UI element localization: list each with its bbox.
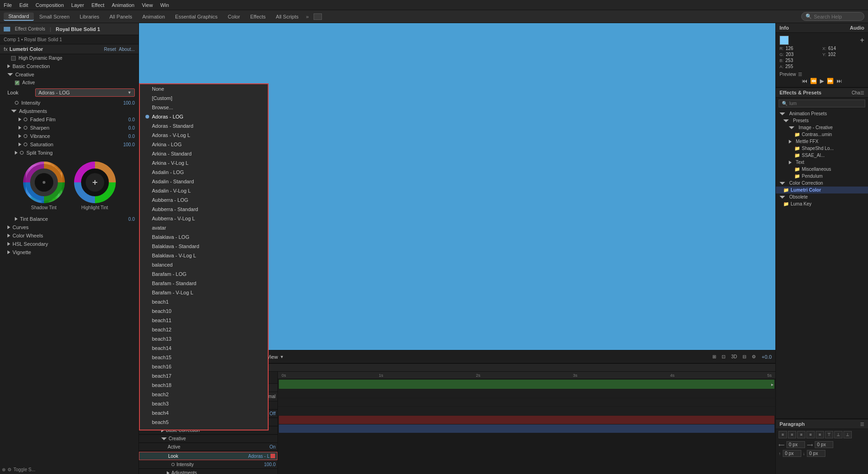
intensity-row[interactable]: Intensity 100.0 [0, 99, 138, 107]
tl-red-bar[interactable] [279, 416, 774, 424]
active-row[interactable]: ✓ Active [0, 79, 138, 87]
vibrance-row[interactable]: Vibrance 0.0 [0, 132, 138, 140]
dropdown-item-asdalin---v-log-l[interactable]: Asdalin - V-Log L [140, 186, 268, 195]
dropdown-item-aubberra---v-log-l[interactable]: Aubberra - V-Log L [140, 214, 268, 223]
workspace-tab-color[interactable]: Color [223, 13, 245, 20]
lumetri-reset-btn[interactable]: Reset [104, 47, 116, 52]
active-checkbox[interactable]: ✓ [15, 81, 19, 85]
ep-tree-item-luma-key[interactable]: 📁 Luma Key [776, 200, 868, 207]
curves-row[interactable]: Curves [0, 223, 138, 231]
align-middle-btn[interactable]: ⊥ [834, 431, 843, 438]
dropdown-item-aubberra---log[interactable]: Aubberra - LOG [140, 195, 268, 205]
tint-balance-row[interactable]: Tint Balance 0.0 [0, 215, 138, 223]
dropdown-item-beach12[interactable]: beach12 [140, 325, 268, 334]
workspace-layout-icon[interactable] [314, 13, 322, 20]
ep-tree-item-shapeshd-lo...[interactable]: 📁 ShapeShd Lo... [776, 145, 868, 152]
faded-film-row[interactable]: Faded Film 0.0 [0, 115, 138, 124]
preview-next-icon[interactable]: ⏩ [827, 78, 834, 84]
dropdown-item-balaklava---v-log-l[interactable]: Balaklava - V-Log L [140, 251, 268, 260]
dropdown-item-none[interactable]: None [140, 84, 268, 94]
align-right-btn[interactable]: ≡ [797, 431, 805, 438]
dropdown-item-balaklava---log[interactable]: Balaklava - LOG [140, 232, 268, 242]
dropdown-item-adoras---log[interactable]: Adoras - LOG [140, 112, 268, 121]
highlight-tint-wheel[interactable] [74, 162, 116, 203]
dropdown-item-beach10[interactable]: beach10 [140, 306, 268, 316]
space-before-input[interactable] [783, 450, 801, 457]
menu-item-edit[interactable]: Edit [19, 2, 28, 8]
vignette-row[interactable]: Vignette [0, 248, 138, 256]
menu-item-animation[interactable]: Animation [112, 2, 134, 8]
workspace-tab-standard[interactable]: Standard [4, 12, 34, 21]
ep-search-bar[interactable]: 🔍 [779, 100, 865, 107]
paragraph-menu-icon[interactable]: ☰ [860, 422, 864, 427]
align-left-btn[interactable]: ≡ [779, 431, 787, 438]
dropdown-item-[custom][interactable]: [Custom] [140, 94, 268, 103]
dropdown-item-beach15[interactable]: beach15 [140, 353, 268, 362]
dropdown-item-beach1[interactable]: beach1 [140, 297, 268, 306]
preview-menu-icon[interactable]: ☰ [798, 72, 802, 77]
tl-blue-bar[interactable] [279, 424, 774, 433]
basic-correction-row[interactable]: Basic Correction [0, 62, 138, 70]
dropdown-item-avatar[interactable]: avatar [140, 223, 268, 232]
ep-tree-item-text[interactable]: Text [776, 159, 868, 166]
menu-item-effect[interactable]: Effect [91, 2, 104, 8]
dropdown-item-beach5[interactable]: beach5 [140, 418, 268, 427]
ep-tree-item-ssae_al...[interactable]: 📁 SSAE_Al... [776, 152, 868, 159]
preview-start-icon[interactable]: ⏮ [802, 78, 807, 84]
ep-menu-icon[interactable]: ☰ [860, 90, 864, 95]
dropdown-item-arkina---log[interactable]: Arkina - LOG [140, 140, 268, 149]
dropdown-item-beach13[interactable]: beach13 [140, 334, 268, 343]
tl-green-bar[interactable]: ▸ [279, 380, 774, 389]
tl-look-row[interactable]: Look Adoras - L [139, 452, 277, 460]
dropdown-item-aubberra---standard[interactable]: Aubberra - Standard [140, 205, 268, 214]
high-dynamic-range-checkbox[interactable] [11, 56, 16, 61]
dropdown-item-beach11[interactable]: beach11 [140, 316, 268, 325]
add-icon-row[interactable]: + [823, 36, 865, 45]
tl-intensity-row[interactable]: Intensity 100.0 [139, 461, 277, 469]
search-bar[interactable]: 🔍 [801, 12, 864, 21]
high-dynamic-range-row[interactable]: High Dynamic Range [0, 54, 138, 62]
align-center-btn[interactable]: ≡ [788, 431, 796, 438]
viewer-safe-icon[interactable]: ⊡ [720, 354, 727, 360]
preview-end-icon[interactable]: ⏭ [837, 78, 842, 84]
look-dropdown[interactable]: Adoras - LOG ▼ [35, 88, 135, 97]
justify-btn[interactable]: ≡ [806, 431, 815, 438]
viewer-snap-icon[interactable]: ⊟ [741, 354, 748, 360]
ep-tree-item-contras...umin[interactable]: 📁 Contras...umin [776, 131, 868, 138]
tl-active-row[interactable]: Active On [139, 443, 277, 451]
dropdown-item-beach2[interactable]: beach2 [140, 390, 268, 399]
space-after-input[interactable] [807, 450, 825, 457]
dropdown-item-balaklava---standard[interactable]: Balaklava - Standard [140, 242, 268, 251]
ep-tree-item-animation-presets[interactable]: Animation Presets [776, 110, 868, 117]
workspace-tab-animation[interactable]: Animation [138, 13, 170, 20]
search-input[interactable] [814, 14, 860, 19]
preview-play-icon[interactable]: ▶ [820, 78, 824, 84]
dropdown-item-beach18[interactable]: beach18 [140, 380, 268, 390]
shadow-tint-wheel[interactable] [23, 162, 65, 203]
workspace-tab-allpanels[interactable]: All Panels [105, 13, 137, 20]
charts-tab[interactable]: Cha [852, 90, 860, 95]
viewer-3d-icon[interactable]: 3D [729, 354, 739, 360]
dropdown-item-asdalin---log[interactable]: Asdalin - LOG [140, 168, 268, 177]
dropdown-item-barafam---v-log-l[interactable]: Barafam - V-Log L [140, 288, 268, 297]
dropdown-item-asdalin---standard[interactable]: Asdalin - Standard [140, 177, 268, 186]
dropdown-item-beach3[interactable]: beach3 [140, 399, 268, 408]
menu-item-layer[interactable]: Layer [71, 2, 84, 8]
color-wheels-row[interactable]: Color Wheels [0, 231, 138, 240]
viewer-settings-icon[interactable]: ⚙ [750, 354, 758, 360]
ep-tree-item-obsolete[interactable]: Obsolete [776, 193, 868, 200]
preview-prev-icon[interactable]: ⏪ [810, 78, 817, 84]
ep-tree-item-presets[interactable]: Presets [776, 117, 868, 124]
align-bottom-btn[interactable]: ⊥ [843, 431, 852, 438]
dropdown-item-browse...[interactable]: Browse... [140, 103, 268, 112]
tl-bar-handle[interactable]: ▸ [771, 382, 774, 387]
menu-item-win[interactable]: Win [160, 2, 169, 8]
add-icon[interactable]: + [860, 36, 864, 44]
ep-tree-item-color-correction[interactable]: Color Correction [776, 180, 868, 187]
ep-tree-item-lumetri-color[interactable]: 📁 Lumetri Color [776, 187, 868, 193]
dropdown-item-beach17[interactable]: beach17 [140, 371, 268, 380]
saturation-row[interactable]: Saturation 100.0 [0, 140, 138, 149]
lumetri-color-header[interactable]: fx Lumetri Color Reset About... [0, 44, 138, 54]
ep-tree-item-pendulum[interactable]: 📁 Pendulum [776, 173, 868, 180]
viewer-grid-icon[interactable]: ⊞ [711, 354, 718, 360]
